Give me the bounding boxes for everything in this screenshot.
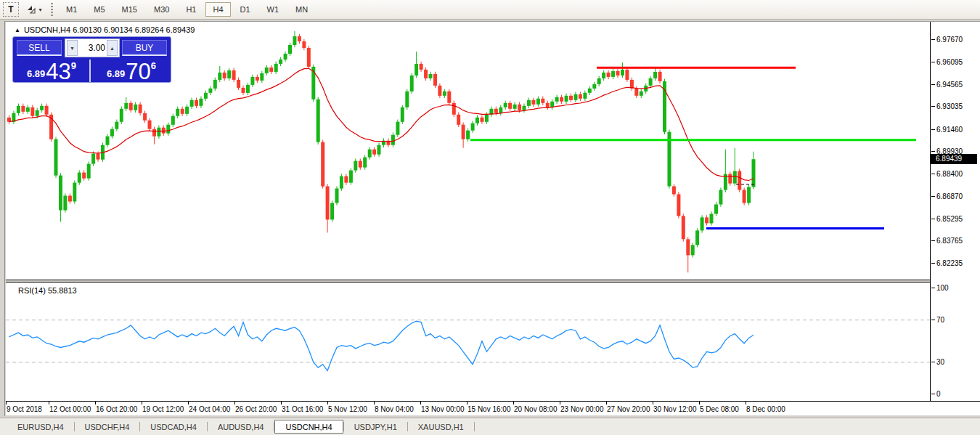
chart-tab-xauusd[interactable]: XAUUSD,H1 [408, 420, 474, 434]
pane-separator[interactable] [6, 282, 980, 282]
text-tool-button[interactable]: T [3, 2, 19, 17]
chart-tab-usdcad[interactable]: USDCAD,H4 [140, 420, 207, 434]
volume-spinner: ▼ ▲ [65, 38, 120, 57]
timeframe-button-m30[interactable]: M30 [147, 2, 176, 17]
current-price-tag: 6.89439 [931, 154, 977, 164]
price-axis-label: 6.97670 [936, 36, 963, 44]
cursor-tool-button[interactable]: ▾ [25, 2, 44, 17]
chart-tab-usdchf[interactable]: USDCHF,H4 [75, 420, 140, 434]
chart-tab-eurusd[interactable]: EURUSD,H4 [7, 420, 74, 434]
chart-tab-usdjpy[interactable]: USDJPY,H1 [344, 420, 407, 434]
rsi-indicator-pane[interactable]: RSI(14) 55.8813 [6, 282, 930, 401]
candle [668, 130, 671, 189]
candle [82, 170, 86, 180]
timeframe-button-mn[interactable]: MN [288, 2, 315, 17]
price-axis-label: 6.91460 [936, 126, 963, 134]
time-axis-label: 15 Nov 16:00 [467, 405, 511, 413]
candle [372, 147, 376, 157]
candle [391, 133, 395, 147]
price-chart[interactable]: ▲ USDCNH,H4 6.90130 6.90134 6.89264 6.89… [6, 22, 930, 280]
time-axis-tick [513, 402, 514, 404]
candle [279, 57, 282, 66]
moving-average-line [9, 68, 754, 180]
timeframe-button-m5[interactable]: M5 [86, 2, 112, 17]
candle [592, 82, 596, 91]
time-axis-label: 19 Oct 12:00 [142, 405, 184, 413]
time-axis-tick [6, 402, 7, 404]
sell-button[interactable]: SELL [17, 40, 62, 56]
candle [489, 107, 493, 117]
time-axis-label: 30 Nov 12:00 [653, 405, 697, 413]
candle [466, 129, 470, 142]
candle [260, 71, 264, 83]
candle [387, 139, 391, 147]
candle [550, 99, 554, 110]
volume-increase-button[interactable]: ▲ [107, 40, 118, 56]
timeframe-button-h1[interactable]: H1 [179, 2, 203, 17]
candle [162, 126, 166, 136]
candle [307, 46, 311, 69]
time-axis-tick [467, 402, 467, 404]
pane-separator[interactable] [6, 280, 980, 280]
candle [658, 70, 662, 84]
sell-price[interactable]: 6.89 43 9 [14, 60, 91, 82]
candle [87, 161, 91, 180]
candle [672, 184, 676, 196]
candle [536, 97, 540, 107]
volume-decrease-button[interactable]: ▼ [67, 40, 78, 56]
candle [583, 91, 587, 101]
price-axis-label: 6.88400 [936, 170, 963, 178]
candle [330, 200, 334, 221]
price-axis[interactable]: 6.89439 6.976706.960956.945656.930356.91… [931, 22, 980, 401]
volume-input[interactable] [79, 43, 105, 53]
buy-price[interactable]: 6.89 70 6 [93, 60, 170, 82]
candle [213, 78, 217, 91]
buy-button[interactable]: BUY [122, 40, 167, 56]
candle [171, 114, 175, 127]
candle [148, 118, 152, 131]
candle [124, 97, 128, 111]
buy-price-prefix: 6.89 [107, 68, 125, 79]
candle [59, 173, 62, 221]
buy-price-big: 70 [126, 61, 150, 82]
rsi-axis-label: 0 [936, 390, 941, 398]
chart-tab-usdcnh[interactable]: USDCNH,H4 [274, 420, 343, 434]
candle [274, 62, 278, 74]
time-axis-label: 16 Oct 20:00 [96, 405, 137, 413]
chart-tab-audusd[interactable]: AUDUSD,H4 [208, 420, 274, 434]
candle [54, 137, 58, 178]
candle [401, 105, 404, 124]
candle [682, 214, 685, 241]
timeframe-button-m1[interactable]: M1 [59, 2, 84, 17]
chart-tabbar: EURUSD,H4USDCHF,H4USDCAD,H4AUDUSD,H4USDC… [0, 418, 980, 435]
candle [499, 105, 502, 115]
timeframe-button-w1[interactable]: W1 [260, 2, 287, 17]
toolbar: T ▾ M1M5M15M30H1H4D1W1MN [0, 0, 980, 20]
time-axis-label: 20 Nov 08:00 [514, 405, 558, 413]
candle [686, 237, 690, 272]
rsi-line [9, 321, 754, 370]
candle [129, 101, 133, 113]
candle [541, 97, 544, 105]
time-axis-tick [560, 402, 560, 404]
candle [471, 121, 475, 133]
candle [424, 68, 428, 81]
candle [49, 113, 53, 142]
candle [611, 69, 615, 79]
candle [359, 158, 362, 169]
toolbar-grip[interactable] [51, 3, 53, 16]
timeframe-button-h4[interactable]: H4 [205, 2, 230, 17]
time-axis-tick [95, 402, 96, 404]
candle [513, 102, 517, 111]
candle [574, 92, 578, 102]
candle [625, 68, 629, 82]
candle [199, 97, 203, 108]
candle [166, 123, 170, 136]
candle [616, 69, 620, 78]
time-axis[interactable]: 9 Oct 201812 Oct 00:0016 Oct 20:0019 Oct… [6, 402, 980, 415]
candle [227, 68, 231, 81]
time-axis-tick [142, 402, 142, 404]
timeframe-button-m15[interactable]: M15 [115, 2, 144, 17]
timeframe-button-d1[interactable]: D1 [233, 2, 258, 17]
collapse-panel-icon[interactable]: ▲ [15, 27, 20, 33]
